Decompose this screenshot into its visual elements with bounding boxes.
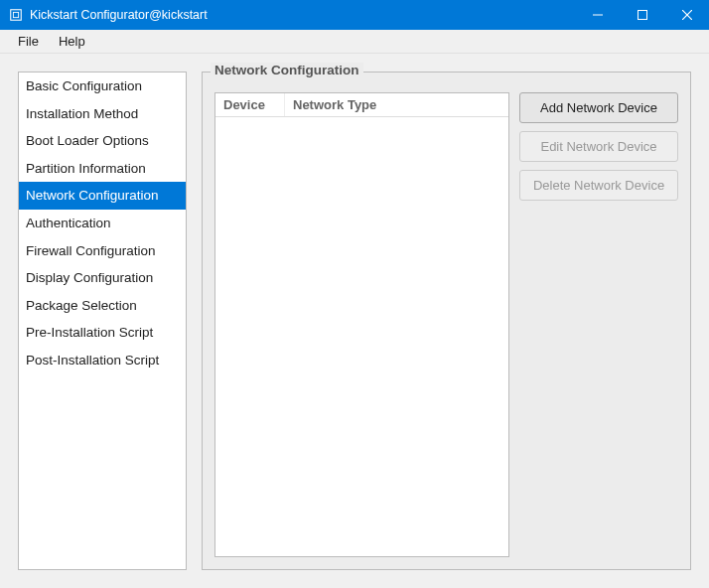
column-header-network-type[interactable]: Network Type (285, 93, 508, 116)
groupbox-title: Network Configuration (211, 63, 363, 77)
delete-network-device-button: Delete Network Device (519, 170, 678, 201)
menu-file[interactable]: File (8, 32, 49, 51)
svg-rect-1 (13, 12, 18, 17)
button-column: Add Network Device Edit Network Device D… (519, 92, 678, 557)
menu-help[interactable]: Help (49, 32, 95, 51)
sidebar-item-installation-method[interactable]: Installation Method (19, 100, 186, 128)
window-title: Kickstart Configurator@kickstart (30, 8, 575, 22)
sidebar-item-package-selection[interactable]: Package Selection (19, 292, 186, 320)
column-header-device[interactable]: Device (215, 93, 285, 116)
sidebar-item-pre-installation-script[interactable]: Pre-Installation Script (19, 319, 186, 347)
svg-rect-0 (11, 10, 22, 21)
maximize-button[interactable] (620, 0, 664, 30)
edit-network-device-button: Edit Network Device (519, 131, 678, 162)
sidebar-item-basic-configuration[interactable]: Basic Configuration (19, 73, 186, 100)
main-panel: Network Configuration Device Network Typ… (202, 72, 691, 570)
titlebar: Kickstart Configurator@kickstart (0, 0, 709, 30)
sidebar-item-partition-information[interactable]: Partition Information (19, 155, 186, 183)
network-configuration-group: Network Configuration Device Network Typ… (202, 72, 691, 570)
sidebar-item-display-configuration[interactable]: Display Configuration (19, 264, 186, 292)
sidebar-item-authentication[interactable]: Authentication (19, 210, 186, 237)
menubar: File Help (0, 30, 709, 54)
close-button[interactable] (664, 0, 709, 30)
svg-rect-3 (638, 11, 646, 20)
content-area: Basic Configuration Installation Method … (0, 54, 709, 588)
add-network-device-button[interactable]: Add Network Device (519, 92, 678, 123)
sidebar: Basic Configuration Installation Method … (18, 72, 187, 570)
sidebar-item-firewall-configuration[interactable]: Firewall Configuration (19, 237, 186, 265)
table-header: Device Network Type (215, 93, 508, 117)
network-device-table[interactable]: Device Network Type (214, 92, 509, 557)
sidebar-item-post-installation-script[interactable]: Post-Installation Script (19, 347, 186, 374)
minimize-button[interactable] (575, 0, 620, 30)
sidebar-item-boot-loader-options[interactable]: Boot Loader Options (19, 127, 186, 155)
sidebar-item-network-configuration[interactable]: Network Configuration (19, 182, 186, 210)
window-controls (575, 0, 709, 30)
app-icon (8, 7, 24, 23)
